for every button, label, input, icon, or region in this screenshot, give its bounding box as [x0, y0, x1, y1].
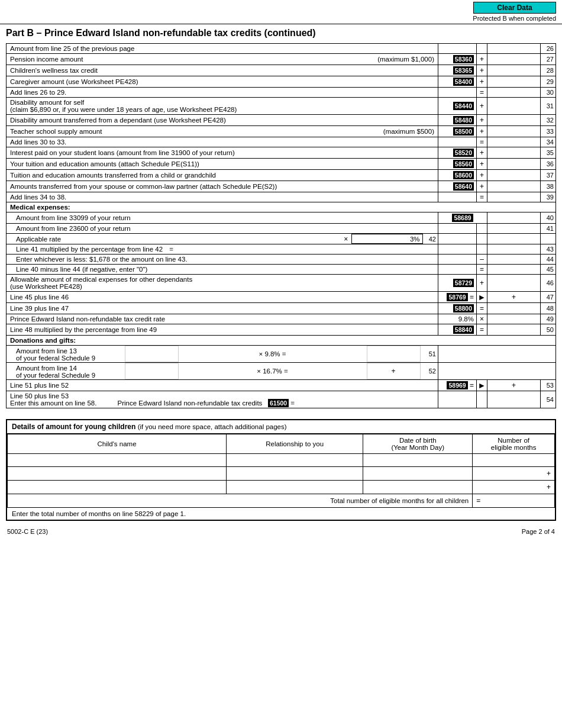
- line-op: +: [477, 159, 487, 170]
- line-code: 58500: [438, 126, 477, 137]
- line-value: [487, 76, 541, 88]
- line-num: 32: [541, 115, 556, 126]
- line-desc: Line 48 multiplied by the percentage fro…: [7, 324, 438, 336]
- line-desc: Interest paid on your student loans (amo…: [7, 147, 438, 159]
- line-op: =: [477, 303, 487, 314]
- line-desc: Add lines 30 to 33.: [7, 137, 438, 147]
- line-op: +: [477, 147, 487, 159]
- line-value: [487, 159, 541, 170]
- line-num: 36: [541, 159, 556, 170]
- line-code: [438, 244, 477, 255]
- line-num: 41: [541, 224, 556, 234]
- child-name-cell[interactable]: [8, 481, 227, 494]
- table-row: Add lines 34 to 38. = 39: [7, 192, 556, 202]
- top-bar-right: Clear Data Protected B when completed: [473, 2, 556, 22]
- line-code: [438, 265, 477, 275]
- line-desc: Prince Edward Island non-refundable tax …: [7, 314, 438, 324]
- line-desc: Line 40 minus line 44 (if negative, ente…: [7, 265, 438, 275]
- line-num: 54: [541, 391, 556, 408]
- line-code: 58440: [438, 98, 477, 115]
- months-cell[interactable]: [473, 454, 555, 467]
- line-code: [438, 391, 477, 408]
- line-num: 46: [541, 275, 556, 292]
- line-desc: Amounts transferred from your spouse or …: [7, 181, 438, 192]
- line-op: –: [477, 255, 487, 265]
- dob-cell[interactable]: [363, 467, 473, 481]
- main-form-table: Amount from line 25 of the previous page…: [6, 43, 556, 408]
- line-code: 58729: [438, 275, 477, 292]
- line-value: [487, 324, 541, 336]
- line-op: [477, 391, 487, 408]
- line-code: 58840: [438, 324, 477, 336]
- line-num: 47: [541, 292, 556, 303]
- line-value: [487, 265, 541, 275]
- months-cell[interactable]: +: [473, 467, 555, 481]
- line-num: 26: [541, 44, 556, 54]
- line-value: [487, 275, 541, 292]
- line-code: 58360: [438, 54, 477, 65]
- line-code: 58769 =: [438, 292, 477, 303]
- relationship-cell[interactable]: [227, 467, 363, 481]
- relationship-cell[interactable]: [227, 481, 363, 494]
- line-code: 58689: [438, 212, 487, 224]
- table-row: [8, 454, 555, 467]
- table-row: Amount from line 25 of the previous page…: [7, 44, 556, 54]
- table-row: Disability amount transferred from a dep…: [7, 115, 556, 126]
- line-op: [477, 44, 487, 54]
- line-num: 28: [541, 65, 556, 76]
- line-op: +: [477, 76, 487, 88]
- line-value: [487, 170, 541, 181]
- dob-cell[interactable]: [363, 454, 473, 467]
- relationship-cell[interactable]: [227, 454, 363, 467]
- table-row: Line 39 plus line 47 58800 = 48: [7, 303, 556, 314]
- table-row: Line 40 minus line 44 (if negative, ente…: [7, 265, 556, 275]
- line-num: 40: [541, 212, 556, 224]
- total-label: Total number of eligible months for all …: [8, 494, 473, 508]
- months-cell[interactable]: +: [473, 481, 555, 494]
- details-section: Details of amount for young children (if…: [6, 419, 556, 521]
- line-value: [487, 44, 541, 54]
- line-desc: Pension income amount (maximum $1,000): [7, 54, 438, 65]
- line-value: [487, 391, 541, 408]
- clear-data-button[interactable]: Clear Data: [473, 2, 556, 14]
- line-desc: Tuition and education amounts transferre…: [7, 170, 438, 181]
- line-op: ►: [477, 292, 487, 303]
- line-op: +: [477, 98, 487, 115]
- table-row: Line 50 plus line 53Enter this amount on…: [7, 391, 556, 408]
- line-op: +: [477, 275, 487, 292]
- line-op: +: [477, 181, 487, 192]
- line-desc: Line 45 plus line 46: [7, 292, 438, 303]
- line-desc: Enter whichever is less: $1,678 or the a…: [7, 255, 438, 265]
- line-code: 58480: [438, 115, 477, 126]
- table-row: Enter whichever is less: $1,678 or the a…: [7, 255, 556, 265]
- line-desc: Disability amount transferred from a dep…: [7, 115, 438, 126]
- line-desc: Line 41 multiplied by the percentage fro…: [7, 244, 438, 255]
- line-op: =: [477, 137, 487, 147]
- details-footer-note: Enter the total number of months on line…: [7, 508, 555, 520]
- line-op: +: [477, 115, 487, 126]
- line-num: 38: [541, 181, 556, 192]
- dob-cell[interactable]: [363, 481, 473, 494]
- line-desc: Amount from line 14of your federal Sched…: [7, 363, 438, 380]
- child-name-cell[interactable]: [8, 467, 227, 481]
- table-row: Tuition and education amounts transferre…: [7, 170, 556, 181]
- top-bar: Clear Data Protected B when completed: [0, 0, 562, 24]
- line-code: 58600: [438, 170, 477, 181]
- total-op-cell: =: [473, 494, 555, 508]
- table-row: Teacher school supply amount (maximum $5…: [7, 126, 556, 137]
- table-row: Amount from line 14of your federal Sched…: [7, 363, 556, 380]
- child-name-cell[interactable]: [8, 454, 227, 467]
- line-value: [487, 244, 541, 255]
- table-row: Amounts transferred from your spouse or …: [7, 181, 556, 192]
- line-desc: Allowable amount of medical expenses for…: [7, 275, 438, 292]
- line-op: +: [477, 170, 487, 181]
- line-value: [487, 115, 541, 126]
- line-desc: Amount from line 23600 of your return: [7, 224, 438, 234]
- main-content: Part B – Prince Edward Island non-refund…: [0, 24, 562, 539]
- table-row: Your tuition and education amounts (atta…: [7, 159, 556, 170]
- line-desc: Line 50 plus line 53Enter this amount on…: [7, 391, 438, 408]
- medical-header-row: Medical expenses:: [7, 202, 556, 212]
- line-value: [487, 98, 541, 115]
- table-row: Prince Edward Island non-refundable tax …: [7, 314, 556, 324]
- line-value: +: [487, 380, 541, 391]
